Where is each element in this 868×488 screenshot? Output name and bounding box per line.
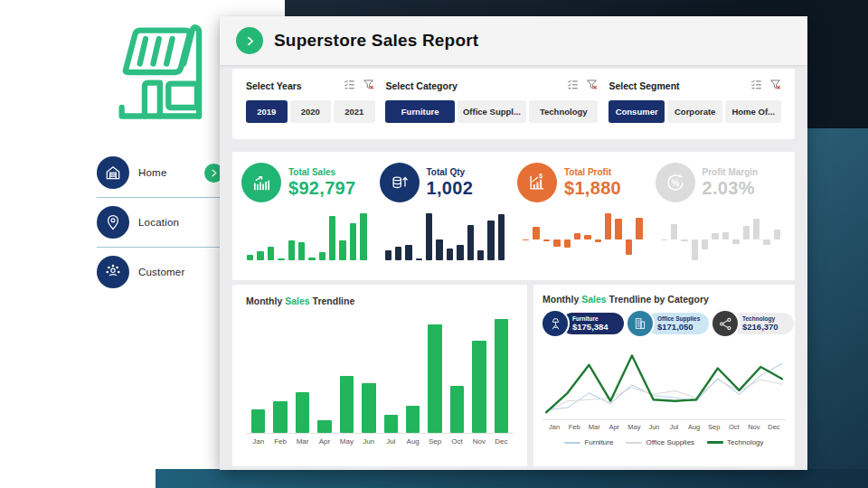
sidebar-item-home[interactable]: Home [97,150,223,195]
multiselect-icon[interactable] [750,78,762,94]
sparkline-bar [319,252,326,260]
month-label: Mar [584,423,604,431]
sales-bar-jun [362,383,375,433]
slicer-icons [750,78,781,94]
month-label: May [340,437,354,446]
customer-icon [97,256,129,288]
kpi-label: Total Qty [427,167,474,177]
sparkline-bar [543,239,550,241]
sparkline-bar-slot [436,213,442,260]
sparkline-bar [626,239,632,255]
sparkline-bar [436,239,442,260]
sparkline-bar-slot [574,213,580,260]
sparkline-bar-slot [615,213,621,260]
building-icon [627,311,653,336]
sparkline-bar-slot [671,213,677,260]
sparkline-bar [574,233,580,239]
category-card-body: Furniture$175,384 [561,313,624,334]
kpi-total-profit: $Total Profit$1,880 [517,163,648,271]
sales-bar-oct [450,386,464,433]
filter-option-corporate[interactable]: Corporate [667,100,723,123]
sparkline-bar [774,230,780,239]
clear-filter-icon[interactable] [769,78,781,94]
kpi-header: $Total Profit$1,880 [517,163,648,202]
filter-select-segment: Select SegmentConsumerCorporateHome Of..… [609,78,781,130]
slicer-icons [344,78,374,94]
filter-option-office-suppl[interactable]: Office Suppl... [458,100,526,123]
sparkline-bar-slot [467,213,474,260]
kpi-profit-margin: %Profit Margin2.03% [656,163,787,271]
sidebar-item-customer[interactable]: Customer [97,249,223,295]
sparkline-bar-slot [722,213,729,260]
header-chevron-icon[interactable] [236,27,263,54]
profit-chart-icon: $ [517,163,557,202]
sidebar-divider [97,197,223,198]
sparkline-bar [681,239,687,242]
sparkline-bar [298,242,305,260]
sparkline-bar-slot [278,213,284,260]
sparkline-bar-slot [626,213,632,260]
sparkline-bar [247,255,253,260]
sparkline-bar [732,239,739,244]
sales-bar-may [340,376,354,433]
sparkline-bar [702,239,708,250]
chart-title-text: Trendline [310,296,355,306]
filters-card: Select Years201920202021Select CategoryF… [232,69,795,139]
sidebar: HomeLocationCustomer [97,150,223,295]
clear-filter-icon[interactable] [363,78,374,94]
sparkline-bar-slot [543,213,550,260]
sparkline-bar-slot [743,213,750,260]
filter-label: Select Years [246,80,302,91]
month-label: Jun [644,423,664,431]
sparkline-bar [257,251,263,260]
filter-option-home-of[interactable]: Home Of... [725,100,781,123]
sparkline-bar-slot [753,213,760,260]
home-icon [97,156,129,189]
sparkline-bar [712,233,718,239]
filter-option-2019[interactable]: 2019 [246,100,288,123]
line-series-technology [546,355,782,412]
sparkline-bar-slot [712,213,718,260]
slicer-icons [567,78,598,94]
chart-title-accent: Sales [285,296,309,306]
sparkline-bar-slot [661,213,667,260]
multiselect-icon[interactable] [344,78,355,94]
filter-option-consumer[interactable]: Consumer [609,100,665,123]
sparkline-bar [636,218,642,239]
sparkline-bar [426,213,432,260]
category-card-technology: Technology$216,370 [712,311,794,336]
category-card-body: Office Supplies$171,050 [646,313,709,334]
month-label: Nov [744,423,764,431]
sales-bar-feb [273,401,287,433]
month-axis-labels: JanFebMarAprMayJunJulAugSepOctNovDec [542,419,786,431]
sparkline-bar-slot [405,213,411,260]
sparkline-bar-slot [416,213,422,260]
filter-option-furniture[interactable]: Furniture [385,100,454,123]
sparkline-bar [278,258,284,260]
kpi-label: Total Sales [288,167,355,177]
sidebar-item-location[interactable]: Location [97,200,223,245]
multiselect-icon[interactable] [567,78,579,94]
clear-filter-icon[interactable] [586,78,598,94]
sparkline-bar [498,214,505,260]
legend-item-technology: Technology [707,438,763,446]
category-card-furniture: Furniture$175,384 [542,311,624,336]
sparkline-bar [615,219,621,239]
filter-option-2021[interactable]: 2021 [334,100,375,123]
sparkline-bar [753,219,760,239]
legend-swatch [564,442,580,444]
sales-bar-dec [495,319,508,433]
filter-options: 201920202021 [246,100,374,123]
svg-text:%: % [671,178,679,188]
sidebar-divider [97,247,223,248]
sparkline-bar [763,239,769,246]
page-title: Superstore Sales Report [274,31,478,51]
sparkline-bar-slot [605,213,611,260]
month-label: Aug [684,423,704,431]
kpi-sparkline [656,213,787,260]
filter-option-technology[interactable]: Technology [529,100,598,123]
month-label: Jul [664,423,684,431]
legend-label: Office Supplies [646,438,694,446]
filter-option-2020[interactable]: 2020 [290,100,332,123]
sparkline-bar [385,250,392,260]
